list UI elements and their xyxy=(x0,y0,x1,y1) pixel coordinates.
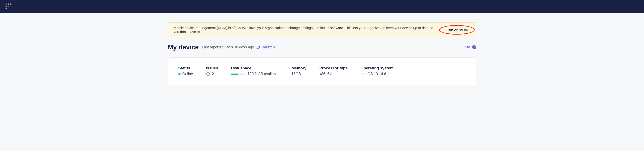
issues-value-row: 2 xyxy=(206,72,218,76)
page-title: My device xyxy=(168,44,199,51)
os-field: Operating system macOS 10.14.6 xyxy=(360,66,394,76)
status-field: Status Online xyxy=(178,66,193,76)
disk-label: Disk space xyxy=(231,66,279,71)
mdm-banner-text: Mobile device management (MDM) is off. M… xyxy=(174,26,438,34)
info-button[interactable]: Info i xyxy=(464,45,476,49)
disk-bar-icon xyxy=(231,74,245,75)
main-content: Mobile device management (MDM) is off. M… xyxy=(168,13,476,86)
mdm-banner: Mobile device management (MDM) is off. M… xyxy=(168,22,476,37)
disk-field: Disk space 120.2 GB available xyxy=(231,66,279,76)
refresh-icon xyxy=(256,45,260,49)
turn-on-mdm-button[interactable]: Turn on MDM xyxy=(443,27,470,33)
issues-field: Issues 2 xyxy=(206,66,218,76)
status-label: Status xyxy=(178,66,193,71)
refetch-label: Refetch xyxy=(261,45,275,49)
status-value-row: Online xyxy=(178,72,193,76)
processor-value: x86_64h xyxy=(319,72,348,76)
issues-value: 2 xyxy=(212,72,214,76)
disk-value: 120.2 GB available xyxy=(248,72,279,76)
issues-label: Issues xyxy=(206,66,218,71)
memory-value: 16GB xyxy=(292,72,306,76)
disk-bar-fill xyxy=(231,74,238,75)
memory-field: Memory 16GB xyxy=(292,66,306,76)
svg-point-2 xyxy=(208,75,208,75)
processor-label: Processor type xyxy=(319,66,348,71)
info-label: Info xyxy=(464,45,470,49)
memory-label: Memory xyxy=(292,66,306,71)
vitals-text: Last reported vitals 30 days ago xyxy=(202,45,254,49)
status-value: Online xyxy=(182,72,193,76)
os-label: Operating system xyxy=(360,66,394,71)
app-logo xyxy=(6,4,12,10)
device-card: Status Online Issues 2 Disk space 120.2 xyxy=(168,57,476,86)
refetch-button[interactable]: Refetch xyxy=(256,45,275,49)
turn-on-mdm-label: Turn on MDM xyxy=(446,28,468,32)
processor-field: Processor type x86_64h xyxy=(319,66,348,76)
info-icon: i xyxy=(472,45,476,49)
status-dot-icon xyxy=(178,73,180,75)
title-row: My device Last reported vitals 30 days a… xyxy=(168,44,476,51)
disk-value-row: 120.2 GB available xyxy=(231,72,279,76)
top-nav xyxy=(0,0,644,13)
os-value: macOS 10.14.6 xyxy=(360,72,394,76)
warning-icon xyxy=(206,72,210,76)
